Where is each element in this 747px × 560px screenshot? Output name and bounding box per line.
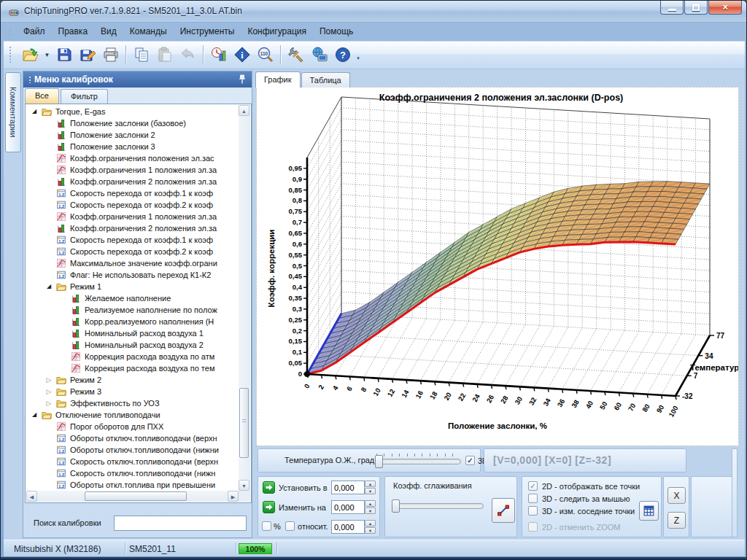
change-by-input[interactable] xyxy=(331,500,365,514)
print-button[interactable] xyxy=(100,44,122,65)
tree-item[interactable]: Обороты отключ.топливоподачи (нижни xyxy=(27,444,238,456)
scroll-right-icon[interactable]: ▶ xyxy=(228,491,239,502)
tree-folder[interactable]: ◢Отключение топливоподачи xyxy=(27,409,238,421)
save-file-button[interactable] xyxy=(53,44,75,65)
scroll-up-icon[interactable]: ▲ xyxy=(239,105,249,116)
tree-item[interactable]: Коэфф.ограничения 1 положения эл.за xyxy=(27,211,238,222)
relative-spinner[interactable]: ▲▼ xyxy=(365,520,376,534)
tree-item[interactable]: Положение заслонки 3 xyxy=(27,141,238,152)
tree-item[interactable]: Флаг: Не использовать переход К1-К2 xyxy=(27,269,238,281)
tree-item[interactable]: Скорость перехода от коэфф.1 к коэф xyxy=(27,234,238,246)
tree-expander-icon[interactable]: ◢ xyxy=(30,106,39,117)
option-checkbox[interactable]: ✓ xyxy=(528,481,538,491)
open-file-dropdown-button[interactable]: ▼ xyxy=(42,44,52,65)
smoothing-slider-thumb[interactable] xyxy=(392,499,400,513)
surface-chart[interactable]: 00,050,10,150,20,250,30,350,40,450,50,55… xyxy=(257,88,738,446)
paste-button[interactable] xyxy=(154,44,176,65)
temperature-slider-thumb[interactable] xyxy=(375,455,383,468)
tree-folder[interactable]: ◢Torque, E-gas xyxy=(27,106,238,117)
menu-item[interactable]: Команды xyxy=(123,23,174,42)
tree-item[interactable]: Корр.реализуемого наполнения (Н xyxy=(27,316,238,327)
tree-expander-icon[interactable]: ▷ xyxy=(44,386,53,397)
open-file-button[interactable] xyxy=(19,44,41,65)
spin-up-icon[interactable]: ▲ xyxy=(365,500,376,507)
filter-tab-Фильтр[interactable]: Фильтр xyxy=(61,89,108,104)
temperature-slider[interactable] xyxy=(375,459,461,464)
zoom-tool-button[interactable] xyxy=(255,44,276,65)
menu-item[interactable]: Правка xyxy=(52,23,95,42)
tree-item[interactable]: Номинальный расход воздуха 2 xyxy=(27,339,238,351)
tree-item[interactable]: Порог оборотов для ПХХ xyxy=(27,421,238,432)
menu-item[interactable]: Файл xyxy=(17,23,52,42)
tree-horizontal-scrollbar[interactable]: ◀ ▶ xyxy=(26,491,239,502)
tree-item[interactable]: Скорость отключ.топливоподачи (верхн xyxy=(27,456,238,467)
horizontal-scroll-thumb[interactable] xyxy=(85,491,187,501)
tree-item[interactable]: Коэфф.ограничения 2 положения эл.за xyxy=(27,222,238,234)
change-by-spinner[interactable]: ▲▼ xyxy=(365,500,376,514)
save-file-as-button[interactable] xyxy=(77,44,98,65)
tree-item[interactable]: Коэфф.ограничения положения эл.зас xyxy=(27,152,238,164)
comments-tab[interactable]: Комментарии xyxy=(5,72,21,152)
tree-item[interactable]: Желаемое наполнение xyxy=(27,292,238,304)
percent-checkbox[interactable] xyxy=(262,521,271,531)
spin-up-icon[interactable]: ▲ xyxy=(365,481,376,487)
apply-set-button[interactable] xyxy=(263,481,275,494)
tree-item[interactable]: Коррекция расхода воздуха по тем xyxy=(27,362,238,374)
pin-icon[interactable] xyxy=(238,74,247,85)
smoothing-slider[interactable] xyxy=(392,503,484,509)
undo-button[interactable] xyxy=(177,44,199,65)
tree-vertical-scrollbar[interactable]: ▲ ▼ xyxy=(239,105,250,491)
calibration-search-input[interactable] xyxy=(114,516,247,531)
file-info-button[interactable] xyxy=(231,44,253,65)
tree-folder[interactable]: ▷Эффективность по УОЗ xyxy=(27,397,238,409)
tree-item[interactable]: Номинальный расход воздуха 1 xyxy=(27,327,238,339)
scroll-left-icon[interactable]: ◀ xyxy=(26,491,37,502)
z-axis-button[interactable]: Z xyxy=(667,512,686,529)
spin-down-icon[interactable]: ▼ xyxy=(365,508,376,514)
relative-checkbox[interactable] xyxy=(285,521,295,531)
menu-item[interactable]: Конфигурация xyxy=(241,23,313,42)
tree-expander-icon[interactable]: ◢ xyxy=(44,281,53,292)
tree-item[interactable]: Положение заслонки 2 xyxy=(27,129,238,141)
menu-item[interactable]: Вид xyxy=(94,23,123,42)
relative-input[interactable] xyxy=(331,520,365,534)
tree-item[interactable]: Обороты отключ.топливоподачи (верхн xyxy=(27,432,238,444)
apply-smoothing-button[interactable] xyxy=(492,498,515,523)
apply-change-button[interactable] xyxy=(263,501,275,513)
view-tab-График[interactable]: График xyxy=(255,71,301,88)
tree-item[interactable]: Скорость отключ.топливоподачи (нижн xyxy=(27,467,238,479)
online-services-button[interactable] xyxy=(309,44,330,65)
vertical-scroll-thumb[interactable] xyxy=(239,388,249,458)
tree-item[interactable]: Коэфф.ограничения 2 положения эл.за xyxy=(27,176,238,187)
tree-item[interactable]: Реализуемое наполнение по полож xyxy=(27,304,238,316)
instruments-button[interactable] xyxy=(285,44,307,65)
tree-folder[interactable]: ▷Режим 2 xyxy=(27,374,238,386)
menu-item[interactable]: Инструменты xyxy=(174,23,241,42)
tree-item[interactable]: Положение заслонки (базовое) xyxy=(27,117,238,129)
menu-item[interactable]: Помощь xyxy=(313,23,360,42)
copy-button[interactable] xyxy=(131,44,152,65)
set-to-input[interactable] xyxy=(331,481,365,494)
tree-item[interactable]: Скорость перехода от коэфф.1 к коэф xyxy=(27,187,238,199)
tree-folder[interactable]: ◢Режим 1 xyxy=(27,281,238,292)
minimize-button[interactable] xyxy=(660,1,684,15)
toolbar-overflow-icon[interactable]: ▾ xyxy=(355,44,362,65)
tree-item[interactable]: Скорость перехода от коэфф.2 к коэф xyxy=(27,199,238,211)
filter-tab-Все[interactable]: Все xyxy=(25,88,59,104)
tree-item[interactable]: Обороты откл.топлива при превышени xyxy=(27,479,238,490)
x-axis-button[interactable]: X xyxy=(667,487,686,504)
close-button[interactable]: × xyxy=(708,1,742,15)
help-button[interactable] xyxy=(332,44,354,65)
tree-item[interactable]: Скорость перехода от коэфф.2 к коэф xyxy=(27,246,238,257)
spin-down-icon[interactable]: ▼ xyxy=(365,488,376,494)
spin-up-icon[interactable]: ▲ xyxy=(365,520,376,526)
scroll-down-icon[interactable]: ▼ xyxy=(239,480,249,491)
tree-expander-icon[interactable]: ▷ xyxy=(44,397,53,409)
tree-item[interactable]: Коэфф.ограничения 1 положения эл.за xyxy=(27,164,238,176)
3d-checkbox[interactable]: ✓ xyxy=(465,456,475,465)
spin-down-icon[interactable]: ▼ xyxy=(365,527,376,534)
tree-item[interactable]: Максимальное значение коэфф.ограни xyxy=(27,257,238,269)
tree-expander-icon[interactable]: ▷ xyxy=(44,374,53,386)
tree-folder[interactable]: ▷Режим 3 xyxy=(27,386,238,397)
option-checkbox[interactable] xyxy=(528,506,538,516)
